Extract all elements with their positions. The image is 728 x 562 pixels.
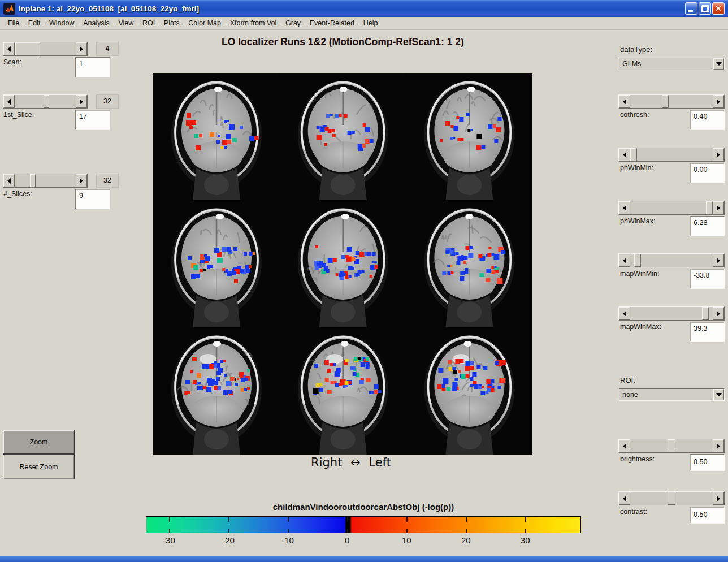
slider-arrow-right[interactable] bbox=[76, 42, 87, 55]
phwinmin-slider[interactable] bbox=[618, 148, 725, 162]
reset-zoom-button[interactable]: Reset Zoom bbox=[3, 454, 75, 479]
colorbar-label: childmanVindooroutdoorcarAbstObj (-log(p… bbox=[146, 502, 581, 512]
menu-item-window[interactable]: Window bbox=[46, 18, 77, 28]
roi-dropdown-button[interactable] bbox=[713, 389, 724, 400]
scan-slider[interactable] bbox=[3, 42, 88, 56]
slider-arrow-left[interactable] bbox=[619, 254, 630, 267]
slider-arrow-left[interactable] bbox=[619, 439, 630, 452]
menu-item-view[interactable]: View bbox=[115, 18, 137, 28]
colorbar-tick-label: 0 bbox=[345, 535, 349, 545]
colorbar-tick-label: -30 bbox=[163, 535, 175, 545]
titlebar[interactable]: Inplane 1: al_22yo_051108 [al_051108_22y… bbox=[0, 0, 728, 17]
cothresh-label: cothresh: bbox=[620, 111, 649, 119]
contrast-slider[interactable] bbox=[618, 491, 725, 505]
slider-arrow-left[interactable] bbox=[619, 95, 630, 108]
slider-trough[interactable] bbox=[630, 95, 713, 108]
slider-arrow-right[interactable] bbox=[713, 492, 724, 505]
slider-arrow-left[interactable] bbox=[619, 148, 630, 161]
brightness-input[interactable]: 0.50 bbox=[690, 454, 725, 471]
menu-item-roi[interactable]: ROI bbox=[139, 18, 158, 28]
colorbar-tick-label: 10 bbox=[402, 535, 411, 545]
roi-selected-value: none bbox=[619, 389, 713, 400]
slider-arrow-right[interactable] bbox=[76, 174, 87, 187]
menu-item-event-related[interactable]: Event-Related bbox=[306, 18, 358, 28]
num-slices-max-value: 32 bbox=[96, 174, 119, 188]
slider-arrow-left[interactable] bbox=[619, 201, 630, 214]
phwinmin-input[interactable]: 0.00 bbox=[690, 163, 725, 183]
colorbar-tick bbox=[466, 517, 467, 522]
menu-item-xform-from-vol[interactable]: Xform from Vol bbox=[227, 18, 280, 28]
slider-trough[interactable] bbox=[630, 439, 713, 452]
menu-item-file[interactable]: File bbox=[5, 18, 23, 28]
slider-thumb[interactable] bbox=[30, 174, 36, 187]
slider-thumb[interactable] bbox=[668, 492, 675, 505]
slider-arrow-left[interactable] bbox=[3, 42, 15, 55]
slider-thumb[interactable] bbox=[15, 42, 40, 55]
slider-arrow-right[interactable] bbox=[76, 95, 87, 108]
roi-dropdown[interactable]: none bbox=[619, 388, 725, 401]
slider-arrow-right[interactable] bbox=[713, 307, 724, 320]
slider-arrow-left[interactable] bbox=[619, 307, 630, 320]
slider-trough[interactable] bbox=[15, 42, 76, 55]
first-slice-input[interactable]: 17 bbox=[75, 110, 110, 130]
menu-item-color-map[interactable]: Color Map bbox=[185, 18, 224, 28]
slider-arrow-right[interactable] bbox=[713, 148, 724, 161]
slider-arrow-left[interactable] bbox=[619, 492, 630, 505]
restore-button[interactable] bbox=[699, 2, 711, 15]
slider-thumb[interactable] bbox=[634, 254, 641, 267]
slider-arrow-left[interactable] bbox=[3, 95, 15, 108]
slider-thumb[interactable] bbox=[662, 95, 669, 108]
slider-arrow-right[interactable] bbox=[713, 439, 724, 452]
slider-thumb[interactable] bbox=[706, 201, 713, 214]
slider-arrow-left[interactable] bbox=[3, 174, 15, 187]
phwinmax-slider[interactable] bbox=[618, 201, 725, 215]
mapwinmax-slider[interactable] bbox=[618, 306, 725, 321]
close-button[interactable]: ✕ bbox=[712, 2, 725, 15]
menu-item-plots[interactable]: Plots bbox=[161, 18, 183, 28]
mapwinmax-input[interactable]: 39.3 bbox=[690, 322, 725, 342]
scan-input[interactable]: 1 bbox=[75, 57, 110, 77]
slider-arrow-right[interactable] bbox=[713, 95, 724, 108]
cothresh-slider[interactable] bbox=[618, 94, 725, 109]
scan-max-value: 4 bbox=[96, 42, 119, 56]
first-slice-slider[interactable] bbox=[3, 94, 88, 109]
datatype-dropdown[interactable]: GLMs bbox=[619, 58, 725, 70]
menu-item-analysis[interactable]: Analysis bbox=[80, 18, 113, 28]
menu-item-edit[interactable]: Edit bbox=[25, 18, 44, 28]
mapwinmin-input[interactable]: -33.8 bbox=[690, 269, 725, 289]
slider-trough[interactable] bbox=[630, 201, 713, 214]
slider-trough[interactable] bbox=[630, 254, 713, 267]
slider-trough[interactable] bbox=[15, 174, 76, 187]
slider-trough[interactable] bbox=[15, 95, 76, 108]
slider-thumb[interactable] bbox=[668, 439, 675, 452]
slider-thumb[interactable] bbox=[702, 307, 709, 320]
phwinmax-label: phWinMax: bbox=[620, 217, 656, 225]
brightness-label: brightness: bbox=[620, 455, 655, 463]
cothresh-input[interactable]: 0.40 bbox=[690, 110, 725, 130]
menu-item-help[interactable]: Help bbox=[360, 18, 382, 28]
phwinmax-input[interactable]: 6.28 bbox=[690, 216, 725, 236]
slider-arrow-right[interactable] bbox=[713, 254, 724, 267]
zoom-button[interactable]: Zoom bbox=[3, 430, 75, 454]
contrast-input[interactable]: 0.50 bbox=[690, 507, 725, 524]
slider-trough[interactable] bbox=[630, 492, 713, 505]
slider-trough[interactable] bbox=[630, 307, 713, 320]
slider-thumb[interactable] bbox=[44, 95, 49, 108]
slider-thumb[interactable] bbox=[630, 148, 637, 161]
brain-montage-image[interactable] bbox=[153, 73, 532, 455]
datatype-dropdown-button[interactable] bbox=[713, 58, 724, 70]
colorbar-tick-label: 20 bbox=[461, 535, 471, 545]
slider-arrow-right[interactable] bbox=[713, 201, 724, 214]
brightness-slider[interactable] bbox=[618, 439, 725, 453]
menu-item-gray[interactable]: Gray bbox=[282, 18, 304, 28]
colorbar-tick bbox=[347, 517, 348, 522]
chevron-down-icon bbox=[716, 62, 722, 66]
mapwinmin-slider[interactable] bbox=[618, 253, 725, 267]
close-icon: ✕ bbox=[715, 5, 722, 13]
num-slices-input[interactable]: 9 bbox=[75, 189, 110, 209]
slider-trough[interactable] bbox=[630, 148, 713, 161]
minimize-button[interactable] bbox=[685, 2, 697, 15]
num-slices-slider[interactable] bbox=[3, 174, 88, 188]
arrow-right-icon bbox=[80, 99, 83, 105]
colorbar-tick bbox=[406, 529, 408, 533]
